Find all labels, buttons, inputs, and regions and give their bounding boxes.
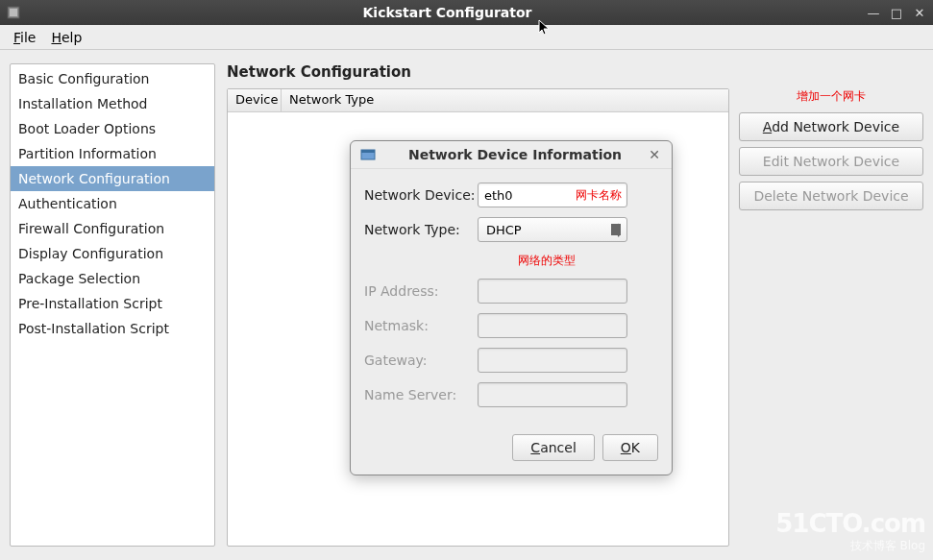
- edit-network-device-button: Edit Network Device: [739, 147, 923, 176]
- sidebar-item-firewall[interactable]: Firewall Configuration: [11, 216, 214, 241]
- sidebar-item-install-method[interactable]: Installation Method: [11, 91, 214, 116]
- sidebar-item-post-script[interactable]: Post-Installation Script: [11, 316, 214, 341]
- window-title: Kickstart Configurator: [29, 5, 866, 20]
- menubar: File Help: [0, 25, 933, 50]
- network-device-dialog: Network Device Information ✕ Network Dev…: [350, 140, 673, 475]
- annotation-device: 网卡名称: [576, 187, 622, 204]
- cancel-button[interactable]: Cancel: [512, 434, 594, 461]
- annotation-type: 网络的类型: [518, 253, 576, 269]
- type-label: Network Type:: [364, 222, 478, 237]
- ip-label: IP Address:: [364, 283, 478, 299]
- dialog-close-button[interactable]: ✕: [647, 147, 662, 162]
- delete-network-device-button: Delete Network Device: [739, 182, 923, 210]
- col-device[interactable]: Device: [228, 89, 282, 111]
- sidebar-item-network[interactable]: Network Configuration: [11, 166, 214, 191]
- sidebar-item-auth[interactable]: Authentication: [11, 191, 214, 216]
- window-titlebar: Kickstart Configurator — □ ✕: [0, 0, 933, 25]
- menu-help[interactable]: Help: [43, 27, 89, 48]
- watermark-sub: 技术博客 Blog: [775, 538, 925, 554]
- menu-help-rest: elp: [61, 30, 82, 45]
- device-label: Network Device:: [364, 187, 478, 203]
- sidebar-item-boot-loader[interactable]: Boot Loader Options: [11, 116, 214, 141]
- sidebar: Basic Configuration Installation Method …: [10, 63, 215, 547]
- svg-rect-3: [361, 150, 375, 153]
- page-title: Network Configuration: [227, 63, 923, 81]
- netmask-input: [478, 313, 627, 338]
- col-network-type[interactable]: Network Type: [282, 89, 728, 111]
- network-type-select[interactable]: DHCP ▴▾: [478, 217, 627, 242]
- maximize-button[interactable]: □: [889, 5, 904, 20]
- gateway-label: Gateway:: [364, 353, 478, 368]
- dialog-title: Network Device Information: [383, 147, 647, 162]
- ok-button[interactable]: OK: [602, 434, 658, 461]
- sidebar-item-pre-script[interactable]: Pre-Installation Script: [11, 291, 214, 316]
- network-type-value: DHCP: [486, 223, 522, 237]
- menu-file[interactable]: File: [6, 27, 43, 48]
- sidebar-item-basic[interactable]: Basic Configuration: [11, 66, 214, 91]
- nameserver-input: [478, 382, 627, 407]
- chevron-updown-icon: ▴▾: [616, 220, 621, 239]
- minimize-button[interactable]: —: [866, 5, 881, 20]
- add-network-device-button[interactable]: Add Network Device: [739, 112, 923, 141]
- svg-rect-1: [10, 9, 17, 16]
- close-button[interactable]: ✕: [912, 5, 927, 20]
- window-icon: [360, 147, 376, 162]
- sidebar-item-display[interactable]: Display Configuration: [11, 241, 214, 266]
- menu-file-rest: ile: [20, 30, 36, 45]
- gateway-input: [478, 348, 627, 373]
- app-icon: [6, 5, 21, 20]
- annotation-add: 增加一个网卡: [739, 88, 923, 105]
- nameserver-label: Name Server:: [364, 387, 478, 402]
- watermark: 51CTO.com 技术博客 Blog: [775, 509, 925, 554]
- watermark-main: 51CTO.com: [775, 509, 925, 538]
- sidebar-item-partition[interactable]: Partition Information: [11, 141, 214, 166]
- netmask-label: Netmask:: [364, 318, 478, 333]
- sidebar-item-packages[interactable]: Package Selection: [11, 266, 214, 291]
- ip-input: [478, 279, 627, 304]
- table-header: Device Network Type: [228, 89, 728, 112]
